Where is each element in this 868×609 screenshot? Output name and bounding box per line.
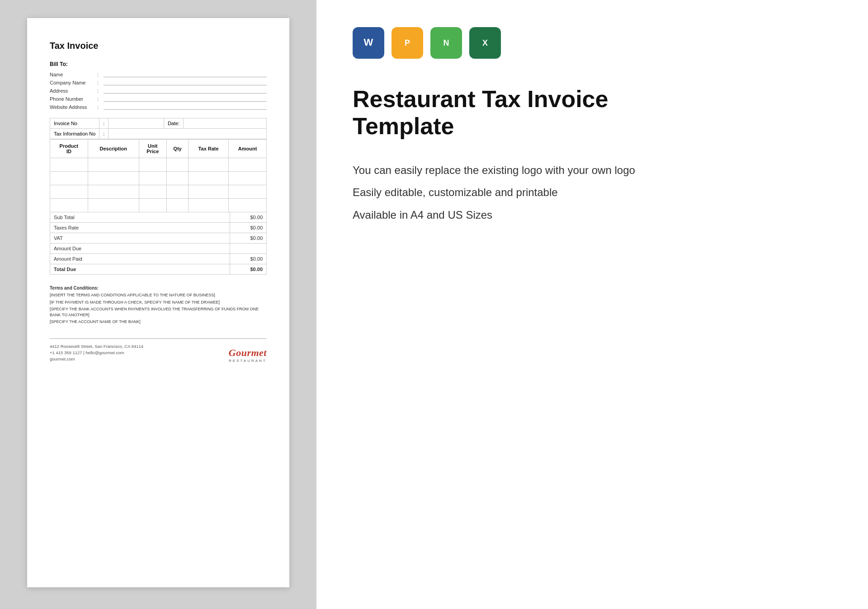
field-label-address: Address: [50, 88, 97, 94]
svg-text:P: P: [405, 38, 410, 47]
table-row: [50, 172, 267, 185]
field-line-name: [104, 71, 267, 77]
td-description: [88, 185, 139, 199]
footer-left: 4412 Roosevelt Street, San Francisco, CA…: [50, 343, 143, 363]
th-unit-price: UnitPrice: [139, 140, 166, 158]
feature-item-2: Easily editable, customizable and printa…: [353, 185, 832, 200]
field-colon-address: :: [97, 88, 104, 94]
td-amount: [229, 199, 267, 212]
tax-info-value: [108, 129, 267, 139]
td-tax-rate: [189, 185, 229, 199]
gourmet-logo: Gourmet RESTAURANT: [229, 347, 267, 363]
td-description: [88, 172, 139, 185]
td-unit-price: [139, 172, 166, 185]
total-label-taxes: Taxes Rate: [50, 223, 230, 233]
th-tax-rate: Tax Rate: [189, 140, 229, 158]
product-table: ProductID Description UnitPrice Qty Tax …: [50, 139, 267, 212]
template-title: Restaurant Tax Invoice Template: [353, 86, 615, 140]
feature-item-1: You can easily replace the existing logo…: [353, 163, 832, 178]
td-description: [88, 199, 139, 212]
total-label-subtotal: Sub Total: [50, 212, 230, 222]
field-label-phone: Phone Number: [50, 96, 97, 102]
excel-icon: X: [469, 27, 501, 59]
date-value: [184, 118, 267, 129]
td-product-id: [50, 185, 88, 199]
td-qty: [166, 158, 188, 172]
footer-address: 4412 Roosevelt Street, San Francisco, CA…: [50, 343, 143, 350]
bill-to-label: Bill To:: [50, 61, 267, 67]
invoice-info-table: Invoice No : Date: Tax Information No :: [50, 118, 267, 139]
th-product-id: ProductID: [50, 140, 88, 158]
svg-text:X: X: [482, 38, 488, 47]
invoice-no-label: Invoice No: [50, 118, 99, 129]
field-row-company: Company Name :: [50, 79, 267, 85]
table-row: [50, 158, 267, 172]
field-row-address: Address :: [50, 87, 267, 94]
field-line-address: [104, 87, 267, 94]
td-unit-price: [139, 158, 166, 172]
td-tax-rate: [189, 199, 229, 212]
td-qty: [166, 199, 188, 212]
tax-info-label: Tax Information No: [50, 129, 99, 139]
td-unit-price: [139, 185, 166, 199]
total-value-amount-paid: $0.00: [230, 254, 266, 264]
total-row-vat: VAT $0.00: [50, 233, 267, 244]
total-value-total-due: $0.00: [230, 264, 266, 274]
invoice-no-row: Invoice No : Date:: [50, 118, 267, 129]
terms-line-2: [IF THE PAYMENT IS MADE THROUGH A CHECK,…: [50, 300, 267, 305]
total-row-amount-paid: Amount Paid $0.00: [50, 254, 267, 264]
td-amount: [229, 172, 267, 185]
date-label: Date:: [164, 118, 183, 129]
td-tax-rate: [189, 172, 229, 185]
svg-text:N: N: [443, 38, 449, 47]
right-panel: W P N X Restaurant Tax Invoice Template …: [316, 0, 868, 609]
field-colon-name: :: [97, 72, 104, 77]
td-product-id: [50, 172, 88, 185]
gourmet-name: Gourmet: [229, 347, 267, 359]
invoice-no-colon: :: [99, 118, 108, 129]
total-label-total-due: Total Due: [50, 264, 230, 274]
invoice-title: Tax Invoice: [50, 41, 267, 51]
tax-info-row: Tax Information No :: [50, 129, 267, 139]
feature-item-3: Available in A4 and US Sizes: [353, 207, 832, 223]
gourmet-subtitle: RESTAURANT: [229, 359, 267, 363]
totals-section: Sub Total $0.00 Taxes Rate $0.00 VAT $0.…: [50, 212, 267, 275]
field-row-phone: Phone Number :: [50, 95, 267, 102]
table-header-row: ProductID Description UnitPrice Qty Tax …: [50, 140, 267, 158]
td-description: [88, 158, 139, 172]
left-panel: Tax Invoice Bill To: Name : Company Name…: [0, 0, 316, 609]
td-qty: [166, 185, 188, 199]
word-icon: W: [353, 27, 384, 59]
total-label-vat: VAT: [50, 233, 230, 243]
td-qty: [166, 172, 188, 185]
field-label-name: Name: [50, 72, 97, 77]
terms-line-3: [SPECIFY THE BANK ACCOUNTS WHEN PAYMENTS…: [50, 306, 267, 318]
total-row-amount-due: Amount Due: [50, 244, 267, 254]
field-line-phone: [104, 95, 267, 102]
terms-title: Terms and Conditions:: [50, 286, 267, 290]
total-value-taxes: $0.00: [230, 223, 266, 233]
feature-list: You can easily replace the existing logo…: [353, 163, 832, 223]
td-product-id: [50, 158, 88, 172]
td-amount: [229, 158, 267, 172]
terms-section: Terms and Conditions: [INSERT THE TERMS …: [50, 286, 267, 325]
field-colon-company: :: [97, 80, 104, 85]
footer-divider: [50, 338, 267, 339]
field-row-name: Name :: [50, 71, 267, 77]
field-label-website: Website Address: [50, 104, 97, 110]
tax-info-colon: :: [99, 129, 108, 139]
field-row-website: Website Address :: [50, 103, 267, 110]
th-amount: Amount: [229, 140, 267, 158]
total-label-amount-due: Amount Due: [50, 244, 230, 253]
pages-icon: P: [392, 27, 423, 59]
field-line-website: [104, 103, 267, 110]
field-colon-phone: :: [97, 96, 104, 102]
total-label-amount-paid: Amount Paid: [50, 254, 230, 264]
numbers-icon: N: [430, 27, 462, 59]
field-line-company: [104, 79, 267, 85]
total-row-subtotal: Sub Total $0.00: [50, 212, 267, 223]
total-value-amount-due: [230, 244, 266, 253]
invoice-no-value: [108, 118, 164, 129]
td-amount: [229, 185, 267, 199]
th-qty: Qty: [166, 140, 188, 158]
